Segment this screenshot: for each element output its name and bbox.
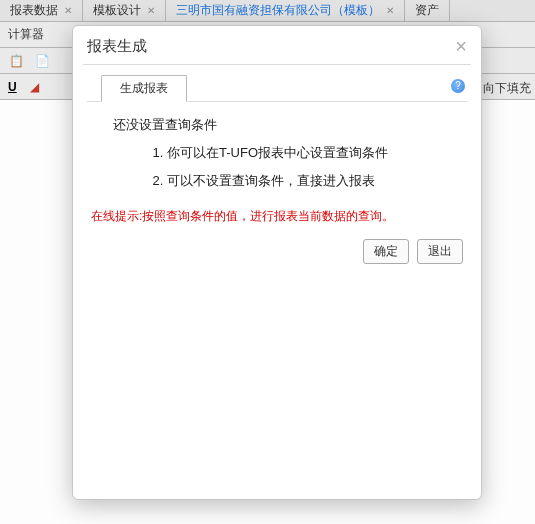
ok-button[interactable]: 确定 [363,239,409,264]
tab-label: 模板设计 [93,2,141,19]
list-item: 可以不设置查询条件，直接进入报表 [167,172,467,190]
dialog-title: 报表生成 [87,37,147,56]
close-icon[interactable]: × [455,36,467,56]
paste-icon[interactable]: 📋 [8,53,24,69]
exit-button[interactable]: 退出 [417,239,463,264]
tab-label: 三明市国有融资担保有限公司（模板） [176,2,380,19]
tab-company-template[interactable]: 三明市国有融资担保有限公司（模板） ✕ [166,0,405,21]
instructions-list: 你可以在T-UFO报表中心设置查询条件 可以不设置查询条件，直接进入报表 [167,144,467,190]
tab-assets[interactable]: 资产 [405,0,450,21]
tab-label: 资产 [415,2,439,19]
close-icon[interactable]: ✕ [64,5,72,16]
online-hint: 在线提示:按照查询条件的值，进行报表当前数据的查询。 [91,208,467,225]
document-icon[interactable]: 📄 [34,53,50,69]
report-generate-dialog: 报表生成 × ? 生成报表 还没设置查询条件 你可以在T-UFO报表中心设置查询… [72,25,482,500]
calculator-label[interactable]: 计算器 [8,26,44,43]
tab-label: 报表数据 [10,2,58,19]
tab-strip: 报表数据 ✕ 模板设计 ✕ 三明市国有融资担保有限公司（模板） ✕ 资产 [0,0,535,22]
tab-report-data[interactable]: 报表数据 ✕ [0,0,83,21]
fill-color-icon[interactable]: ◢ [27,79,43,95]
tab-template-design[interactable]: 模板设计 ✕ [83,0,166,21]
close-icon[interactable]: ✕ [386,5,394,16]
underline-icon[interactable]: U [8,80,17,94]
tab-generate-report[interactable]: 生成报表 [101,75,187,102]
close-icon[interactable]: ✕ [147,5,155,16]
list-item: 你可以在T-UFO报表中心设置查询条件 [167,144,467,162]
no-conditions-heading: 还没设置查询条件 [113,116,467,134]
fill-down-label[interactable]: 向下填充 [483,80,531,97]
help-icon[interactable]: ? [451,79,465,93]
